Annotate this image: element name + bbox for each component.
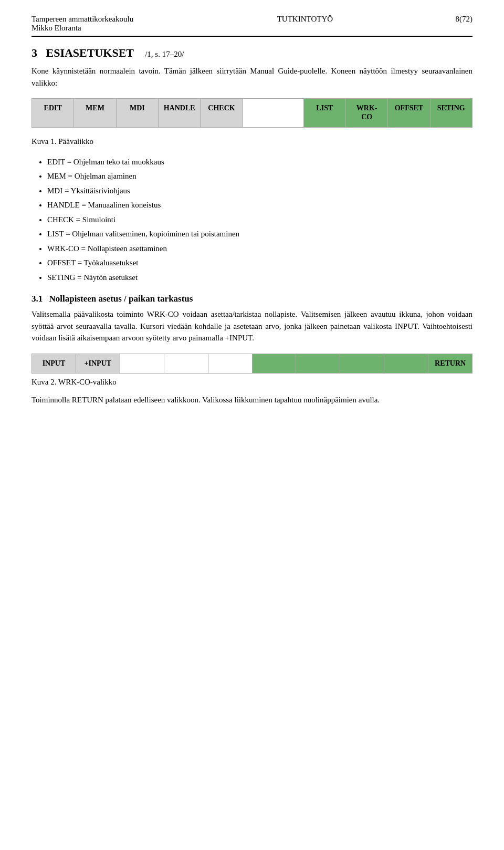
header-left: Tampereen ammattikorkeakoulu Mikko Elora… xyxy=(32,15,133,33)
subsection-heading: 3.1 Nollapisteen asetus / paikan tarkast… xyxy=(32,294,472,304)
list-item: MDI = Yksittäisriviohjaus xyxy=(47,184,472,198)
list-item: LIST = Ohjelman valitseminen, kopioimine… xyxy=(47,227,472,241)
list-item: OFFSET = Työkaluasetukset xyxy=(47,256,472,270)
menu-item2-input[interactable]: INPUT xyxy=(32,354,76,374)
menu-item-check[interactable]: CHECK xyxy=(201,99,243,127)
list-item: SETING = Näytön asetukset xyxy=(47,271,472,285)
menu-item-mem[interactable]: MEM xyxy=(74,99,116,127)
menu-bar-1: EDIT MEM MDI HANDLE CHECK LIST WRK-CO OF… xyxy=(32,98,472,128)
header-doc-type: TUTKINTOTYÖ xyxy=(154,15,455,24)
section-ref: /1, s. 17–20/ xyxy=(145,50,184,58)
list-item: WRK-CO = Nollapisteen asettaminen xyxy=(47,242,472,256)
page-header: Tampereen ammattikorkeakoulu Mikko Elora… xyxy=(32,15,472,37)
menu-item-seting[interactable]: SETING xyxy=(430,99,472,127)
section-title: ESIASETUKSET xyxy=(46,46,134,59)
menu-item2-return[interactable]: RETURN xyxy=(428,354,472,374)
page: Tampereen ammattikorkeakoulu Mikko Elora… xyxy=(0,0,504,850)
menu-item-list[interactable]: LIST xyxy=(304,99,346,127)
caption-1: Kuva 1. Päävalikko xyxy=(32,137,472,146)
menu-item-mdi[interactable]: MDI xyxy=(117,99,159,127)
subsection-number: 3.1 xyxy=(32,294,43,304)
institution-name: Tampereen ammattikorkeakoulu xyxy=(32,15,133,24)
author-name: Mikko Eloranta xyxy=(32,24,133,33)
menu-bar-2: INPUT +INPUT RETURN xyxy=(32,354,472,374)
header-page-number: 8(72) xyxy=(456,15,473,24)
footer-text: Toiminnolla RETURN palataan edelliseen v… xyxy=(32,394,472,406)
menu-item2-plus-input[interactable]: +INPUT xyxy=(76,354,120,374)
caption-2: Kuva 2. WRK-CO-valikko xyxy=(32,378,472,387)
section-number: 3 xyxy=(32,46,37,59)
menu-item-handle[interactable]: HANDLE xyxy=(159,99,201,127)
para-1: Valitsemalla päävalikosta toiminto WRK-C… xyxy=(32,308,472,344)
menu-item2-green-3 xyxy=(340,354,384,374)
list-item: EDIT = Ohjelman teko tai muokkaus xyxy=(47,156,472,169)
menu-item2-green-4 xyxy=(384,354,428,374)
menu-item-spacer xyxy=(243,99,304,127)
menu-item2-green-2 xyxy=(296,354,340,374)
menu-item-edit[interactable]: EDIT xyxy=(32,99,74,127)
menu-item2-empty-1 xyxy=(120,354,164,374)
list-item: CHECK = Simulointi xyxy=(47,213,472,227)
intro-text: Kone käynnistetään normaalein tavoin. Tä… xyxy=(32,65,472,89)
menu-item-wrkco[interactable]: WRK-CO xyxy=(346,99,388,127)
bullet-list: EDIT = Ohjelman teko tai muokkaus MEM = … xyxy=(47,156,472,285)
menu-item2-green-1 xyxy=(253,354,297,374)
menu-item2-empty-3 xyxy=(208,354,253,374)
list-item: MEM = Ohjelman ajaminen xyxy=(47,170,472,183)
menu-item-offset[interactable]: OFFSET xyxy=(388,99,430,127)
section-heading: 3 ESIASETUKSET /1, s. 17–20/ xyxy=(32,46,472,60)
menu-item2-empty-2 xyxy=(164,354,208,374)
list-item: HANDLE = Manuaalinen koneistus xyxy=(47,199,472,212)
menu-bar-1-wrapper: EDIT MEM MDI HANDLE CHECK LIST WRK-CO OF… xyxy=(32,98,472,128)
subsection-title: Nollapisteen asetus / paikan tarkastus xyxy=(49,294,193,304)
